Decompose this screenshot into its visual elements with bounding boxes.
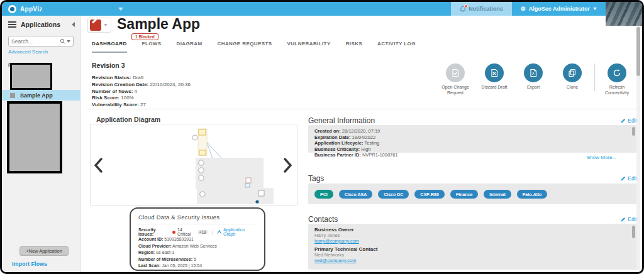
cloud-data-security-card: Cloud Data & Security Issues Security Is… xyxy=(130,207,265,271)
tab-change-requests[interactable]: CHANGE REQUESTS xyxy=(218,41,272,53)
sidebar-title: Applications xyxy=(21,21,72,28)
pencil-icon xyxy=(621,176,626,181)
flows-blocked-badge: 1 Blocked xyxy=(131,33,158,40)
security-issues-row: Security Issues: 14 Critical +18 | Appli… xyxy=(138,227,257,236)
tab-vulnerability[interactable]: VULNERABILITY xyxy=(287,41,330,53)
pencil-icon xyxy=(621,118,626,123)
search-options-caret-icon[interactable] xyxy=(67,40,70,43)
user-avatar-photo[interactable] xyxy=(606,2,642,26)
action-button-row: Open Change Request Discard Draft Export… xyxy=(436,63,636,96)
tab-activity-log[interactable]: ACTIVITY LOG xyxy=(377,41,416,53)
general-info-scrollbar[interactable] xyxy=(632,127,635,136)
search-input[interactable] xyxy=(11,38,60,45)
contact-email-link[interactable]: ned@company.com xyxy=(314,258,631,263)
notifications-button[interactable]: Notifications xyxy=(451,2,512,16)
diagram-next-arrow[interactable] xyxy=(284,158,292,173)
edit-tags-button[interactable]: Edit xyxy=(621,175,637,182)
tags-title: Tags xyxy=(308,174,324,183)
application-diagram-title: Application Diagram xyxy=(96,116,160,123)
issues-overflow-badge[interactable]: +18 xyxy=(198,230,208,234)
discard-draft-icon xyxy=(485,63,504,82)
sidebar-item-sample-app[interactable]: Sample App xyxy=(2,90,80,101)
tab-dashboard[interactable]: DASHBOARD xyxy=(92,41,127,53)
page-scrollbar[interactable] xyxy=(636,26,640,270)
clone-button[interactable]: Clone xyxy=(553,63,592,90)
business-partner-id-field: Business Partner ID: NVPR1-1008761 xyxy=(314,152,631,158)
edit-general-info-button[interactable]: Edit xyxy=(621,118,637,124)
contacts-title: Contacts xyxy=(308,215,338,224)
app-status-selector[interactable] xyxy=(87,18,111,33)
application-lifecycle-field: Application Lifecycle: Testing xyxy=(314,140,631,146)
contact-email-link[interactable]: harry@company.com xyxy=(314,238,631,244)
page-title: Sample App xyxy=(117,16,200,33)
diagram-prev-arrow[interactable] xyxy=(94,158,103,173)
applications-sidebar: Applications Advanced Search Recent (out… xyxy=(2,16,80,272)
appviz-logo-icon xyxy=(8,5,16,13)
discard-draft-button[interactable]: Discard Draft xyxy=(475,63,514,90)
app-status-icon xyxy=(90,19,101,31)
page-scrollbar-thumb[interactable] xyxy=(636,27,640,76)
tags-box: PCI Cisco ASA Cisco DC CXP-R80 Finance I… xyxy=(308,184,637,204)
tab-diagram[interactable]: DIAGRAM xyxy=(177,41,203,53)
redacted-app-thumbnail[interactable] xyxy=(10,63,52,90)
tab-risks[interactable]: RISKS xyxy=(346,41,362,53)
tab-bar: DASHBOARD FLOWS DIAGRAM CHANGE REQUESTS … xyxy=(92,41,416,53)
collapse-sidebar-icon[interactable] xyxy=(72,22,75,27)
notification-badge-dot xyxy=(464,4,468,8)
chevron-down-icon[interactable] xyxy=(118,8,123,11)
last-scan-field: Last Scan: Jan 05, 2025 | 15:54 xyxy=(138,263,257,270)
critical-dot-icon xyxy=(172,231,175,234)
cloud-card-title: Cloud Data & Security Issues xyxy=(138,214,257,224)
risk-score-field: Risk Score: 100% xyxy=(92,95,191,102)
tab-flows[interactable]: FLOWS xyxy=(142,41,162,53)
clone-icon xyxy=(563,63,582,82)
tag-internal[interactable]: Internal xyxy=(484,190,511,199)
network-diagram[interactable] xyxy=(90,125,297,204)
advanced-search-link[interactable]: Advanced Search xyxy=(8,49,80,55)
search-icon[interactable] xyxy=(60,38,70,45)
notifications-label: Notifications xyxy=(469,6,503,12)
export-pdf-icon xyxy=(524,63,543,82)
import-flows-link[interactable]: Import Flows xyxy=(12,261,47,267)
new-application-button[interactable]: +New Application xyxy=(19,246,69,256)
contacts-scrollbar[interactable] xyxy=(632,226,635,238)
contacts-box: Business Owner Harry Jones harry@company… xyxy=(308,224,637,270)
tag-cisco-asa[interactable]: Cisco ASA xyxy=(339,190,373,199)
menu-icon[interactable] xyxy=(8,21,16,28)
general-information-header: General Information Edit xyxy=(308,116,637,125)
user-menu-button[interactable]: ⚙ AlgoSec Administrator xyxy=(512,2,606,16)
sidebar-search-box[interactable] xyxy=(8,36,74,47)
business-criticality-field: Business Criticality: High xyxy=(314,146,631,153)
export-button[interactable]: Export xyxy=(514,63,553,90)
bell-icon xyxy=(460,6,466,13)
general-info-show-more-link[interactable]: Show More... xyxy=(587,155,616,160)
contacts-show-more-link[interactable]: Show More... xyxy=(587,271,616,274)
appviz-logo-group[interactable]: AppViz xyxy=(2,5,80,13)
general-information-box: Created on: 28/12/2020, 07:19 Expiration… xyxy=(308,125,637,153)
app-square-icon xyxy=(10,93,15,98)
app-name: AppViz xyxy=(20,6,43,13)
open-change-request-button[interactable]: Open Change Request xyxy=(436,63,475,96)
application-graph-link[interactable]: Application Graph xyxy=(217,227,257,236)
tags-header: Tags Edit xyxy=(308,174,637,183)
chevron-down-icon xyxy=(593,8,597,10)
edit-contacts-button[interactable]: Edit xyxy=(621,216,637,222)
created-on-field: Created on: 28/12/2020, 07:19 xyxy=(314,128,631,134)
tag-cxp-r80[interactable]: CXP-R80 xyxy=(414,190,445,199)
expiration-date-field: Expiration Date: 19/04/2022 xyxy=(314,134,631,141)
tag-cisco-dc[interactable]: Cisco DC xyxy=(378,190,409,199)
top-header-bar: AppViz Notifications ⚙ AlgoSec Administr… xyxy=(2,2,642,16)
tag-finance[interactable]: Finance xyxy=(450,190,478,199)
tag-palo-alto[interactable]: Palo-Alto xyxy=(517,190,548,199)
account-id-field: Account ID: 510935893931 xyxy=(138,236,257,243)
vulnerability-score-field: Vulnerability Score: 27 xyxy=(92,102,191,109)
refresh-connectivity-button[interactable]: Refresh Connectivity xyxy=(597,63,636,96)
app-window: AppViz Notifications ⚙ AlgoSec Administr… xyxy=(0,0,644,274)
tag-pci[interactable]: PCI xyxy=(314,190,333,199)
actions-divider xyxy=(594,63,595,91)
contact-business-owner: Business Owner Harry Jones harry@company… xyxy=(314,227,631,244)
redacted-app-thumbnail[interactable] xyxy=(7,101,62,173)
pencil-icon xyxy=(621,217,626,222)
graph-icon xyxy=(217,229,222,234)
cloud-provider-field: Cloud Provider: Amazon Web Services xyxy=(138,243,257,250)
